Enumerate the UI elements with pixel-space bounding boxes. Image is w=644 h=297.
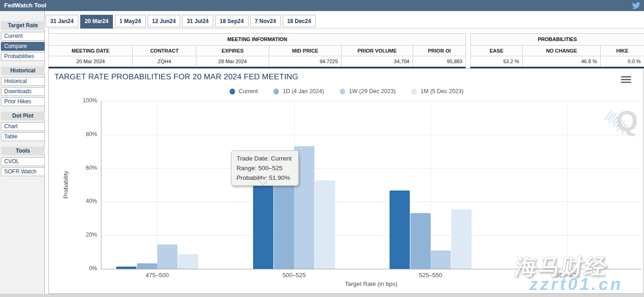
legend-label: 1M (5 Dec 2023) (420, 88, 463, 95)
legend-item-current[interactable]: Current (230, 88, 258, 95)
column-header-ease: EASE (471, 46, 523, 56)
x-tick-label: 500–525 (266, 272, 322, 279)
bar-1m-5-dec-2023-500-525[interactable] (315, 180, 335, 269)
legend-item-1m-5-dec-2023[interactable]: 1M (5 Dec 2023) (411, 88, 463, 95)
x-tick-label: 475–500 (130, 272, 185, 279)
cell-prior-volume: 34,704 (342, 56, 413, 67)
sidebar-item-historical[interactable]: Historical (1, 77, 45, 86)
chart-menu-icon[interactable] (621, 76, 631, 83)
meeting-info-table-grid: MEETING INFORMATIONMEETING DATECONTRACTE… (48, 33, 466, 67)
meeting-info-table-title: MEETING INFORMATION (48, 33, 466, 45)
tooltip-trade-date: Trade Date: Current (236, 154, 298, 163)
gridline-h (101, 235, 641, 236)
watermark-url: zzrt01.cn (529, 275, 623, 294)
cell-ease: 53.2 % (471, 56, 523, 67)
app-header: FedWatch Tool (0, 0, 644, 11)
chart-panel: TARGET RATE PROBABILITIES FOR 20 MAR 202… (48, 68, 644, 294)
y-axis-line (101, 101, 101, 269)
sidebar-header-dot-plot: Dot Plot (1, 112, 45, 120)
legend-item-1w-29-dec-2023[interactable]: 1W (29 Dec 2023) (340, 88, 396, 95)
sidebar-item-compare[interactable]: Compare (1, 42, 45, 51)
column-header-expires: EXPIRES (196, 46, 269, 56)
y-tick-label: 0% (76, 265, 97, 273)
y-tick-label: 40% (76, 198, 97, 205)
probabilities-table-title: PROBABILITIES (470, 33, 644, 45)
meeting-info-table-row: 20 Mar 2024ZQH428 Mar 202494.722534,7049… (49, 56, 466, 67)
column-header-contract: CONTRACT (133, 46, 196, 56)
legend-swatch-icon (411, 89, 417, 95)
legend-label: 1W (29 Dec 2023) (349, 88, 396, 95)
tab-1-may24[interactable]: 1 May24 (115, 15, 146, 27)
sidebar-header-historical: Historical (1, 66, 45, 75)
tab-12-jun24[interactable]: 12 Jun24 (148, 15, 180, 27)
y-tick-label: 100% (76, 97, 97, 105)
cell-expires: 28 Mar 2024 (196, 56, 269, 67)
bar-1d-4-jan-2024-525-550[interactable] (410, 213, 431, 269)
bar-1d-4-jan-2024-475-500[interactable] (137, 263, 157, 269)
legend-item-1d-4-jan-2024[interactable]: 1D (4 Jan 2024) (273, 88, 324, 95)
bar-1m-5-dec-2023-475-500[interactable] (178, 254, 198, 269)
y-tick-label: 60% (76, 165, 97, 172)
quikstrike-logo: Q (605, 100, 639, 139)
probabilities-table-row: 53.2 %46.8 %0.0 % (471, 56, 644, 67)
sidebar-item-sofr-watch[interactable]: SOFR Watch (1, 167, 45, 176)
bar-current-500-525[interactable] (253, 182, 273, 269)
gridline-h (101, 135, 641, 135)
sidebar-item-prior-hikes[interactable]: Prior Hikes (1, 97, 45, 106)
tab-7-nov24[interactable]: 7 Nov24 (250, 15, 281, 27)
tooltip-range: Range: 500–525 (236, 163, 298, 173)
legend-label: Current (239, 88, 258, 95)
x-tick-label: 525–550 (403, 272, 458, 279)
sidebar-item-chart[interactable]: Chart (1, 122, 45, 131)
svg-text:Q: Q (616, 105, 638, 137)
bar-1w-29-dec-2023-475-500[interactable] (157, 244, 177, 269)
tab-18-dec24[interactable]: 18 Dec24 (283, 15, 316, 27)
legend-swatch-icon (340, 89, 345, 95)
cell-meeting-date: 20 Mar 2024 (49, 56, 133, 67)
bottom-scroll-strip[interactable] (0, 294, 644, 297)
sidebar-header-tools: Tools (1, 147, 45, 155)
gridline-v (567, 101, 568, 269)
cell-prior-oi: 95,883 (413, 56, 466, 67)
sidebar-item-downloads[interactable]: Downloads (1, 87, 45, 96)
column-header-prior-volume: PRIOR VOLUME (342, 46, 413, 56)
app-title: FedWatch Tool (4, 2, 47, 9)
gridline-h (101, 101, 641, 101)
sidebar-item-probabilities[interactable]: Probabilities (1, 52, 45, 61)
column-header-meeting-date: MEETING DATE (49, 46, 133, 56)
y-tick-label: 20% (76, 232, 97, 239)
tab-31-jan24[interactable]: 31 Jan24 (46, 15, 78, 27)
gridline-h (101, 202, 641, 202)
tab-31-jul24[interactable]: 31 Jul24 (182, 15, 213, 27)
probabilities-table: PROBABILITIESEASENO CHANGEHIKE53.2 %46.8… (470, 33, 644, 68)
sidebar-item-table[interactable]: Table (1, 132, 45, 141)
column-header-hike: HIKE (601, 46, 644, 56)
column-header-prior-oi: PRIOR OI (413, 46, 466, 56)
legend-label: 1D (4 Jan 2024) (283, 88, 324, 95)
bar-1m-5-dec-2023-525-550[interactable] (451, 209, 472, 269)
bar-current-525-550[interactable] (390, 190, 410, 269)
probabilities-table-grid: PROBABILITIESEASENO CHANGEHIKE53.2 %46.8… (470, 33, 644, 67)
legend-swatch-icon (230, 89, 235, 95)
tooltip-pointer (259, 179, 268, 184)
sidebar-item-cvol[interactable]: CVOL (1, 157, 45, 166)
tab-18-sep24[interactable]: 18 Sep24 (215, 15, 248, 27)
twitter-bird-icon[interactable] (631, 1, 641, 10)
cell-hike: 0.0 % (601, 56, 644, 67)
tab-divider (48, 28, 644, 29)
gridline-h (101, 168, 641, 169)
sidebar-item-current[interactable]: Current (1, 32, 45, 41)
cell-contract: ZQH4 (133, 56, 196, 67)
y-tick-label: 80% (76, 131, 97, 138)
y-axis-title: Probability (62, 171, 69, 199)
chart-legend: Current1D (4 Jan 2024)1W (29 Dec 2023)1M… (49, 88, 644, 95)
meeting-info-table: MEETING INFORMATIONMEETING DATECONTRACTE… (48, 33, 466, 68)
cell-no-change: 46.8 % (523, 56, 601, 67)
column-header-mid-price: MID PRICE (269, 46, 342, 56)
tab-20-mar24[interactable]: 20 Mar24 (80, 15, 113, 29)
legend-swatch-icon (273, 89, 279, 95)
gridline-v (431, 101, 431, 269)
chart-title: TARGET RATE PROBABILITIES FOR 20 MAR 202… (54, 72, 298, 82)
bar-1w-29-dec-2023-525-550[interactable] (431, 250, 451, 269)
column-header-no-change: NO CHANGE (523, 46, 601, 56)
